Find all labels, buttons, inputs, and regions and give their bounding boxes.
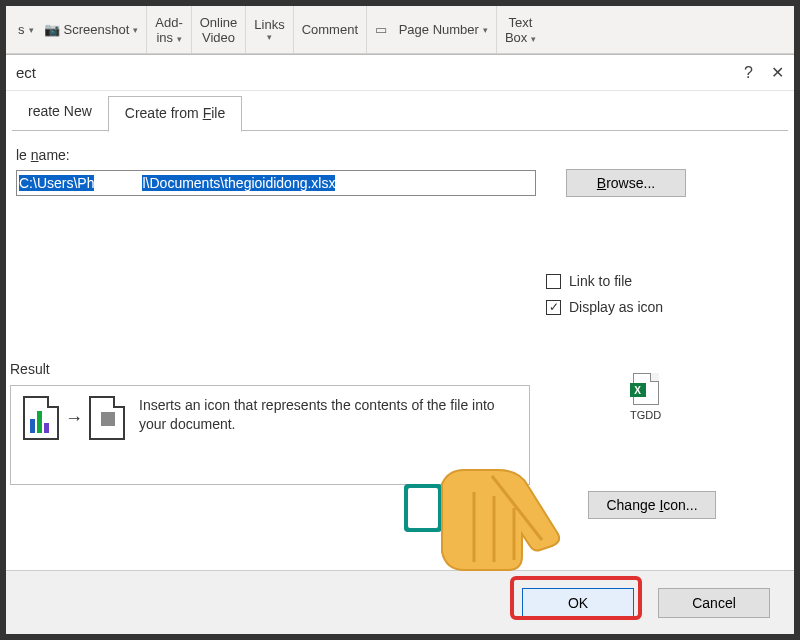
ribbon: s▾ 📷 Screenshot▾ Add-ins ▾ OnlineVideo L… [6, 6, 794, 54]
file-icon-label: TGDD [630, 409, 661, 421]
browse-button[interactable]: Browse... [566, 169, 686, 197]
change-icon-button[interactable]: Change Icon... [588, 491, 716, 519]
dialog-tabs: reate New Create from File [12, 95, 788, 131]
chart-document-icon [23, 396, 59, 440]
ribbon-addins[interactable]: Add-ins ▾ [147, 6, 191, 53]
dialog-footer: OK Cancel [6, 570, 794, 634]
checkbox-unchecked-icon [546, 274, 561, 289]
excel-file-icon: X [633, 373, 659, 405]
dialog-title: ect [16, 64, 36, 81]
close-button[interactable]: ✕ [771, 63, 784, 82]
file-name-input[interactable]: C:\Users\Phl\Documents\thegioididong.xls… [16, 170, 536, 196]
result-section: Result → Inserts an icon that represents… [10, 361, 788, 485]
result-title: Result [10, 361, 788, 377]
help-button[interactable]: ? [744, 64, 753, 82]
dialog-titlebar: ect ? ✕ [6, 55, 794, 91]
checkbox-checked-icon: ✓ [546, 300, 561, 315]
ok-button[interactable]: OK [522, 588, 634, 618]
tab-create-from-file[interactable]: Create from File [108, 96, 242, 132]
document-icon [89, 396, 125, 440]
ribbon-pictures-group[interactable]: s▾ 📷 Screenshot▾ [10, 6, 147, 53]
chevron-down-icon: ▾ [29, 25, 34, 35]
cancel-button[interactable]: Cancel [658, 588, 770, 618]
file-name-label: le name: [16, 147, 788, 163]
ribbon-online-video[interactable]: OnlineVideo [192, 6, 247, 53]
ribbon-page-number[interactable]: ▭ Page Number▾ [367, 6, 497, 53]
result-text: Inserts an icon that represents the cont… [139, 396, 517, 434]
ribbon-text-box[interactable]: TextBox ▾ [497, 6, 544, 53]
chevron-down-icon: ▾ [133, 25, 138, 35]
link-to-file-checkbox[interactable]: Link to file [546, 273, 788, 289]
tab-create-new[interactable]: reate New [12, 95, 108, 131]
file-icon-preview: X TGDD [630, 373, 661, 421]
display-as-icon-checkbox[interactable]: ✓ Display as icon [546, 299, 788, 315]
ribbon-links[interactable]: Links▾ [246, 6, 293, 53]
ribbon-comment[interactable]: Comment [294, 6, 367, 53]
arrow-right-icon: → [65, 408, 83, 429]
object-dialog: ect ? ✕ reate New Create from File le na… [6, 54, 794, 634]
